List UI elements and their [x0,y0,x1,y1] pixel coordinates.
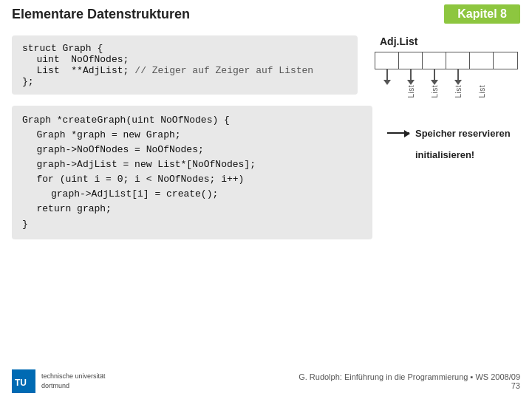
array-cell-3 [423,52,446,69]
init-annotation: initialisieren! [415,149,520,160]
kapitel-badge: Kapitel 8 [444,4,520,24]
university-city: dortmund [41,381,106,391]
svg-text:TU: TU [15,378,27,388]
struct-line-1: struct Graph { [22,43,347,54]
create-code-block: Graph *createGraph(uint NoOfNodes) { Gra… [12,106,372,239]
array-cell-5 [470,52,494,69]
create-line-7: return graph; [22,202,362,216]
list-label-cell-3: List [446,85,470,98]
array-cell-4 [446,52,470,69]
struct-comment: // Zeiger auf Zeiger auf Listen [134,65,313,76]
array-cell-6 [494,52,517,69]
adjlist-visual: List List List List [375,52,518,98]
create-line-1: Graph *createGraph(uint NoOfNodes) { [22,113,362,128]
create-line-3: graph->NoOfNodes = NoOfNodes; [22,143,362,157]
array-cell-1 [375,52,399,69]
list-label-cell-1: List [399,85,423,98]
adjlist-diagram: Adj.List [372,35,520,98]
create-line-6: graph->AdjList[i] = create(); [22,187,362,202]
footer-credit: G. Rudolph: Einführung in die Programmie… [299,372,520,390]
speicher-annotation: Speicher reservieren [387,128,520,139]
arrow-4 [446,69,470,85]
list-label-cell-4: List [470,85,494,98]
footer-credit-text: G. Rudolph: Einführung in die Programmie… [299,372,520,381]
list-label-4: List [478,85,486,98]
adjlist-title: Adj.List [380,35,417,47]
main-content: struct Graph { uint NoOfNodes; List **Ad… [0,28,532,247]
tu-logo-icon: TU [12,369,35,393]
annotations-panel: Speicher reservieren initialisieren! [387,106,520,160]
page-title: Elementare Datenstrukturen [12,7,190,22]
array-cell-2 [399,52,423,69]
top-section: struct Graph { uint NoOfNodes; List **Ad… [12,35,520,98]
arrows-row [375,69,517,85]
list-label-2: List [431,85,439,98]
arrow-6 [494,69,517,85]
arrow-5 [470,69,494,85]
list-labels-row: List List List List [399,85,494,98]
speicher-text: Speicher reservieren [415,128,511,139]
list-label-3: List [454,85,463,98]
list-label-1: List [407,85,415,98]
arrow-right-icon [387,132,409,134]
footer-logo-area: TU technische universität dortmund [12,369,106,393]
struct-line-2: uint NoOfNodes; [22,54,347,65]
create-line-2: Graph *graph = new Graph; [22,128,362,143]
struct-line-4: }; [22,76,347,87]
struct-line-3: List **AdjList; // Zeiger auf Zeiger auf… [22,65,347,76]
page-header: Elementare Datenstrukturen Kapitel 8 [0,0,532,28]
arrow-2 [399,69,423,85]
footer-page-number: 73 [299,381,520,390]
list-label-cell-2: List [423,85,446,98]
arrow-3 [423,69,446,85]
struct-code-block: struct Graph { uint NoOfNodes; List **Ad… [12,35,358,95]
footer-university-text: technische universität dortmund [41,372,106,390]
array-boxes [375,52,518,69]
create-line-8: } [22,217,362,232]
university-name: technische universität [41,372,106,381]
init-text: initialisieren! [415,149,474,160]
bottom-section: Graph *createGraph(uint NoOfNodes) { Gra… [12,106,520,239]
arrow-1 [375,69,399,85]
page-footer: TU technische universität dortmund G. Ru… [0,369,532,393]
create-line-5: for (uint i = 0; i < NoOfNodes; i++) [22,172,362,187]
create-line-4: graph->AdjList = new List*[NoOfNodes]; [22,157,362,172]
